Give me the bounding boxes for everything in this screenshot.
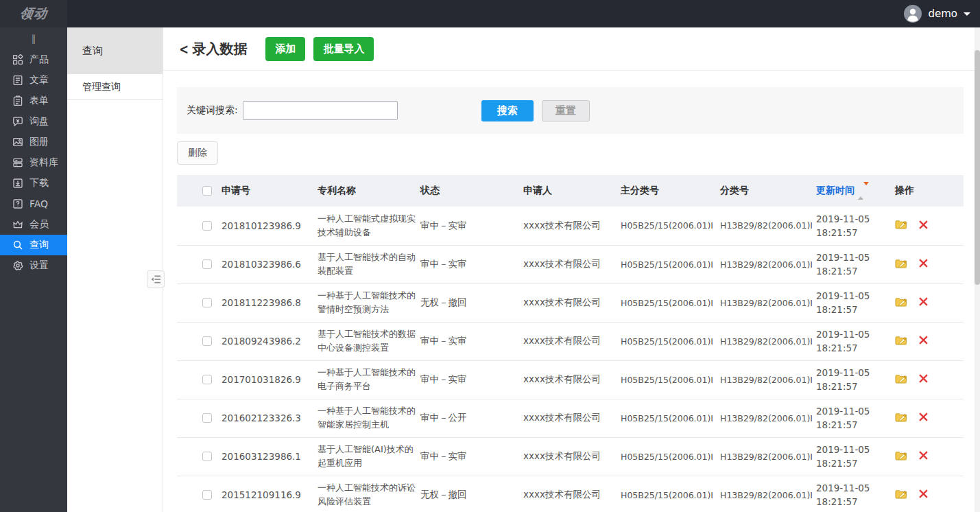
- update-time: 2019-11-0518:21:57: [816, 437, 895, 476]
- status: 审中－实审: [420, 245, 523, 283]
- sidebar-item-members[interactable]: 会员: [0, 214, 67, 235]
- operations-cell: [895, 360, 964, 399]
- delete-icon[interactable]: [918, 296, 929, 309]
- row-checkbox[interactable]: [202, 336, 212, 346]
- scrollbar-track[interactable]: [975, 27, 980, 512]
- keyword-search-input[interactable]: [243, 101, 398, 120]
- applicant: xxxx技术有限公司: [523, 245, 621, 283]
- applicant: xxxx技术有限公司: [523, 476, 621, 512]
- status: 审中－实审: [420, 360, 523, 399]
- table-row: 201701031826.9 一种基于人工智能技术的电子商务平台 审中－实审 x…: [177, 360, 964, 399]
- main-class-number: H05B25/15(2006.01)I: [621, 322, 720, 360]
- sidebar-item-forms[interactable]: 表单: [0, 91, 67, 111]
- scrollbar-thumb[interactable]: [975, 50, 980, 285]
- class-number: H13B29/82(2006.01)I: [720, 245, 816, 283]
- update-time: 2019-11-0518:21:57: [816, 283, 895, 322]
- application-number: 201810123986.9: [222, 207, 318, 245]
- class-number: H13B29/82(2006.01)I: [720, 437, 816, 476]
- add-button[interactable]: 添加: [265, 37, 305, 61]
- chevron-down-icon: [964, 12, 970, 16]
- subsidebar-item-manage-query[interactable]: 管理查询: [67, 74, 163, 100]
- operations-cell: [895, 283, 964, 322]
- applicant: xxxx技术有限公司: [523, 437, 621, 476]
- back-icon[interactable]: <: [179, 40, 189, 58]
- sidebar-item-query[interactable]: 查询: [0, 235, 67, 255]
- main-class-number: H05B25/15(2006.01)I: [621, 245, 720, 283]
- batch-import-button[interactable]: 批量导入: [313, 37, 374, 61]
- album-icon: [12, 137, 23, 148]
- download-icon: [12, 178, 23, 189]
- main-class-number: H05B25/15(2006.01)I: [621, 476, 720, 512]
- row-checkbox[interactable]: [202, 298, 212, 307]
- patent-name: 基于人工智能技术的数据中心设备测控装置: [318, 322, 420, 360]
- class-number: H13B29/82(2006.01)I: [720, 283, 816, 322]
- patent-name: 一种基于人工智能技术的警情时空预测方法: [318, 283, 420, 322]
- edit-icon[interactable]: [895, 219, 908, 232]
- table-row: 201810323986.6 基于人工智能技术的自动装配装置 审中－实审 xxx…: [177, 245, 964, 283]
- sidebar-item-inquiries[interactable]: 询盘: [0, 111, 67, 132]
- sidebar-item-articles[interactable]: 文章: [0, 70, 67, 91]
- sidebar-nav: 产品文章表单询盘图册资料库下载FAQ会员查询设置: [0, 49, 67, 276]
- row-checkbox[interactable]: [202, 413, 212, 423]
- username: demo: [928, 8, 957, 20]
- search-button[interactable]: 搜索: [481, 100, 534, 121]
- update-time: 2019-11-0518:21:57: [816, 207, 895, 245]
- status: 审中－实审: [420, 437, 523, 476]
- delete-icon[interactable]: [918, 258, 929, 270]
- col-applicant: 申请人: [523, 175, 621, 207]
- patent-name: 一种基于人工智能技术的电子商务平台: [318, 360, 420, 399]
- sidebar-item-albums[interactable]: 图册: [0, 132, 67, 152]
- edit-icon[interactable]: [895, 450, 908, 463]
- row-checkbox[interactable]: [202, 490, 212, 500]
- status: 审中－实审: [420, 207, 523, 245]
- sidebar-item-downloads[interactable]: 下载: [0, 173, 67, 194]
- delete-icon[interactable]: [918, 335, 929, 347]
- edit-icon[interactable]: [895, 489, 908, 502]
- user-menu[interactable]: demo: [904, 0, 970, 27]
- status: 审中－实审: [420, 322, 523, 360]
- delete-button[interactable]: 删除: [177, 141, 218, 165]
- delete-icon[interactable]: [918, 489, 929, 501]
- edit-icon[interactable]: [895, 412, 908, 425]
- sidebar-item-label: 产品: [29, 54, 49, 66]
- sort-icon[interactable]: [858, 185, 869, 196]
- delete-icon[interactable]: [918, 220, 929, 232]
- edit-icon[interactable]: [895, 335, 908, 348]
- gear-icon: [12, 260, 23, 271]
- class-number: H13B29/82(2006.01)I: [720, 322, 816, 360]
- article-icon: [12, 75, 23, 86]
- row-checkbox[interactable]: [202, 452, 212, 461]
- sidebar-item-label: 查询: [29, 239, 49, 251]
- row-checkbox[interactable]: [202, 221, 212, 231]
- application-number: 201603123986.1: [222, 437, 318, 476]
- sidebar-item-faq[interactable]: FAQ: [0, 194, 67, 214]
- row-checkbox[interactable]: [202, 375, 212, 384]
- col-update-time[interactable]: 更新时间: [816, 175, 895, 207]
- edit-icon[interactable]: [895, 296, 908, 310]
- class-number: H13B29/82(2006.01)I: [720, 207, 816, 245]
- sidebar-item-label: FAQ: [29, 198, 48, 209]
- table-row: 201809243986.2 基于人工智能技术的数据中心设备测控装置 审中－实审…: [177, 322, 964, 360]
- edit-icon[interactable]: [895, 258, 908, 271]
- delete-icon[interactable]: [918, 450, 929, 463]
- delete-icon[interactable]: [918, 412, 929, 424]
- sidebar-item-settings[interactable]: 设置: [0, 255, 67, 276]
- inquiry-icon: [12, 116, 23, 127]
- secondary-sidebar: 查询 管理查询: [67, 27, 163, 512]
- col-patent-name: 专利名称: [318, 175, 420, 207]
- sidebar-collapse-handle[interactable]: ∥: [0, 27, 67, 49]
- delete-icon[interactable]: [918, 373, 929, 386]
- sidebar-item-products[interactable]: 产品: [0, 49, 67, 70]
- select-all-checkbox[interactable]: [202, 186, 212, 196]
- keyword-search-label: 关键词搜索:: [187, 104, 238, 117]
- question-icon: [12, 198, 23, 209]
- table-header-row: 申请号 专利名称 状态 申请人 主分类号 分类号 更新时间 操作: [177, 175, 964, 207]
- sidebar-item-library[interactable]: 资料库: [0, 152, 67, 173]
- outdent-icon: [151, 275, 160, 283]
- row-checkbox[interactable]: [202, 259, 212, 269]
- update-time: 2019-11-0518:21:57: [816, 476, 895, 512]
- sidebar-item-label: 询盘: [29, 115, 49, 128]
- edit-icon[interactable]: [895, 373, 908, 386]
- panel-collapse-button[interactable]: [147, 270, 165, 288]
- reset-button[interactable]: 重置: [542, 100, 590, 121]
